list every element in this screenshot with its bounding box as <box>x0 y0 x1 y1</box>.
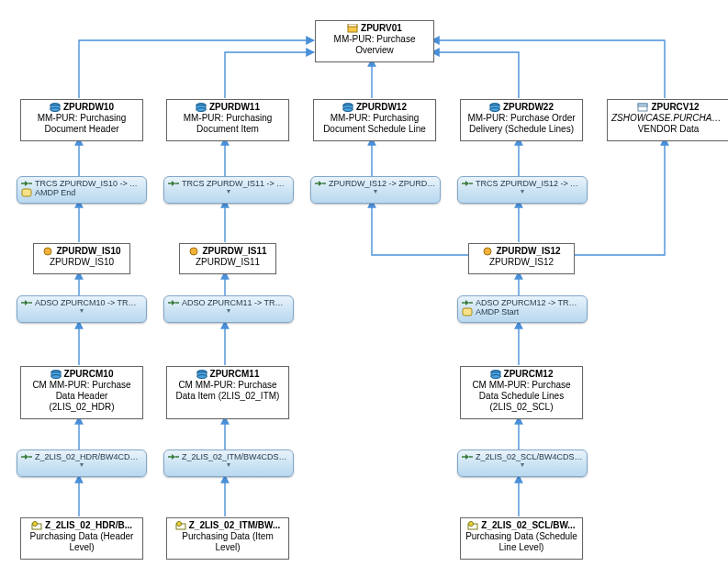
transformation-node[interactable]: ADSO ZPURCM11 -> TRCS ZP... ▾ <box>163 295 294 323</box>
adso-node[interactable]: ZPURDW10 MM-PUR: Purchasing Document Hea… <box>20 99 143 141</box>
trans-sub: AMDP End <box>35 188 75 197</box>
node-desc: MM-PUR: Purchasing Document Schedule Lin… <box>318 113 431 135</box>
node-desc: MM-PUR: Purchase Overview <box>319 34 430 56</box>
adso-icon <box>489 103 500 112</box>
transformation-node[interactable]: Z_2LIS_02_ITM/BW4CDS -> Z... ▾ <box>163 449 294 477</box>
svg-point-17 <box>44 248 51 255</box>
amdp-icon <box>21 188 32 197</box>
adso-node[interactable]: ZPURDW22 MM-PUR: Purchase Order Delivery… <box>460 99 583 141</box>
svg-point-29 <box>491 375 500 379</box>
node-desc: ZSHOWCASE.PURCHASI... <box>611 113 725 124</box>
amdp-icon <box>462 307 473 316</box>
datasource-icon <box>467 521 478 530</box>
node-desc: CM MM-PUR: Purchase Data Schedule Lines … <box>465 380 578 413</box>
datasource-node[interactable]: Z_2LIS_02_SCL/BW... Purchasing Data (Sch… <box>460 517 583 560</box>
trans-label: ADSO ZPURCM10 -> TRCS ZP... <box>35 298 142 307</box>
trans-label: TRCS ZPURDW_IS10 -> ADSO... <box>35 179 142 188</box>
transformation-icon <box>315 179 326 188</box>
node-desc: ZPURDW_IS10 <box>38 257 126 268</box>
node-title: Z_2LIS_02_SCL/BW... <box>481 520 575 531</box>
transformation-icon <box>168 298 179 307</box>
datasource-node[interactable]: Z_2LIS_02_ITM/BW... Purchasing Data (Ite… <box>166 517 289 560</box>
chevron-down-icon: ▾ <box>315 187 436 195</box>
node-desc: Purchasing Data (Item Level) <box>171 531 285 553</box>
trans-label: Z_2LIS_02_ITM/BW4CDS -> Z... <box>182 452 289 461</box>
transformation-node[interactable]: ZPURDW_IS12 -> ZPURDW12 ▾ <box>310 176 441 204</box>
trans-label: TRCS ZPURDW_IS11 -> ADSO... <box>182 179 289 188</box>
transformation-node[interactable]: TRCS ZPURDW_IS10 -> ADSO... AMDP End <box>17 176 147 204</box>
chevron-down-icon: ▾ <box>168 460 289 469</box>
datasource-icon <box>31 521 42 530</box>
transformation-icon <box>21 452 32 461</box>
node-title: ZPURDW_IS11 <box>202 246 266 257</box>
infosource-icon <box>42 247 53 256</box>
transformation-node[interactable]: TRCS ZPURDW_IS12 -> ADSO... ▾ <box>457 176 588 204</box>
node-desc: CM MM-PUR: Purchase Data Header (2LIS_02… <box>25 380 139 413</box>
node-title: ZPURV01 <box>361 23 402 34</box>
svg-point-33 <box>176 522 181 527</box>
node-desc: ZPURDW_IS11 <box>184 257 272 268</box>
svg-point-19 <box>484 248 491 255</box>
node-desc: MM-PUR: Purchasing Document Item <box>171 113 285 135</box>
adso-node[interactable]: ZPURDW12 MM-PUR: Purchasing Document Sch… <box>313 99 436 141</box>
node-desc2: VENDOR Data <box>611 124 725 135</box>
svg-point-26 <box>197 375 207 379</box>
svg-point-23 <box>51 375 61 379</box>
trans-label: ADSO ZPURCM11 -> TRCS ZP... <box>182 298 289 307</box>
node-desc: MM-PUR: Purchasing Document Header <box>25 113 139 135</box>
node-desc: Purchasing Data (Schedule Line Level) <box>465 531 578 553</box>
infosource-node[interactable]: ZPURDW_IS12 ZPURDW_IS12 <box>468 243 575 274</box>
virtual-cube-icon <box>347 24 358 33</box>
svg-rect-1 <box>348 24 357 27</box>
svg-rect-20 <box>463 308 472 316</box>
transformation-node[interactable]: ADSO ZPURCM10 -> TRCS ZP... ▾ <box>17 295 147 323</box>
node-title: ZPURDW22 <box>503 102 554 113</box>
transformation-node[interactable]: Z_2LIS_02_HDR/BW4CDS -> Z... ▾ <box>17 449 147 477</box>
adso-icon <box>50 103 61 112</box>
chevron-down-icon: ▾ <box>168 306 289 315</box>
svg-point-7 <box>196 108 206 112</box>
node-desc: MM-PUR: Purchase Order Delivery (Schedul… <box>465 113 578 135</box>
node-desc: CM MM-PUR: Purchase Data Item (2LIS_02_I… <box>171 380 285 402</box>
transformation-icon <box>462 179 473 188</box>
transformation-icon <box>462 452 473 461</box>
transformation-node[interactable]: Z_2LIS_02_SCL/BW4CDS -> Z... ▾ <box>457 449 588 477</box>
node-title: ZPURDW12 <box>356 102 407 113</box>
infosource-node[interactable]: ZPURDW_IS11 ZPURDW_IS11 <box>179 243 276 274</box>
trans-label: Z_2LIS_02_SCL/BW4CDS -> Z... <box>476 452 583 461</box>
svg-rect-15 <box>638 104 647 106</box>
node-title: ZPURCM10 <box>64 369 114 380</box>
adso-icon <box>490 370 501 379</box>
datasource-node[interactable]: Z_2LIS_02_HDR/B... Purchasing Data (Head… <box>20 517 143 560</box>
trans-label: Z_2LIS_02_HDR/BW4CDS -> Z... <box>35 452 142 461</box>
adso-node[interactable]: ZPURCM12 CM MM-PUR: Purchase Data Schedu… <box>460 366 583 419</box>
transformation-icon <box>462 298 473 307</box>
adso-icon <box>342 103 353 112</box>
adso-node[interactable]: ZPURCM10 CM MM-PUR: Purchase Data Header… <box>20 366 143 419</box>
chevron-down-icon: ▾ <box>462 187 583 195</box>
node-desc: ZPURDW_IS12 <box>473 257 570 268</box>
adso-icon <box>196 103 207 112</box>
svg-rect-16 <box>22 189 31 196</box>
svg-point-35 <box>469 522 474 527</box>
transformation-node[interactable]: TRCS ZPURDW_IS11 -> ADSO... ▾ <box>163 176 294 204</box>
infosource-node[interactable]: ZPURDW_IS10 ZPURDW_IS10 <box>33 243 130 274</box>
transformation-icon <box>168 452 179 461</box>
adso-node[interactable]: ZPURCM11 CM MM-PUR: Purchase Data Item (… <box>166 366 289 419</box>
adso-node[interactable]: ZPURDW11 MM-PUR: Purchasing Document Ite… <box>166 99 289 141</box>
svg-point-13 <box>490 108 499 112</box>
node-title: Z_2LIS_02_ITM/BW... <box>189 520 280 531</box>
calc-view-node[interactable]: ZPURCV12 ZSHOWCASE.PURCHASI... VENDOR Da… <box>607 99 728 141</box>
node-title: ZPURDW10 <box>63 102 114 113</box>
node-title: ZPURCM12 <box>504 369 554 380</box>
trans-label: ADSO ZPURCM12 -> TRCS ZP... <box>476 298 583 307</box>
transformation-icon <box>168 179 179 188</box>
svg-point-10 <box>343 108 353 112</box>
svg-point-4 <box>50 108 60 112</box>
svg-point-31 <box>32 522 37 527</box>
node-title: ZPURDW_IS10 <box>56 246 120 257</box>
chevron-down-icon: ▾ <box>21 460 142 469</box>
virtual-provider-node[interactable]: ZPURV01 MM-PUR: Purchase Overview <box>315 20 434 62</box>
transformation-node[interactable]: ADSO ZPURCM12 -> TRCS ZP... AMDP Start <box>457 295 588 323</box>
chevron-down-icon: ▾ <box>21 306 142 315</box>
